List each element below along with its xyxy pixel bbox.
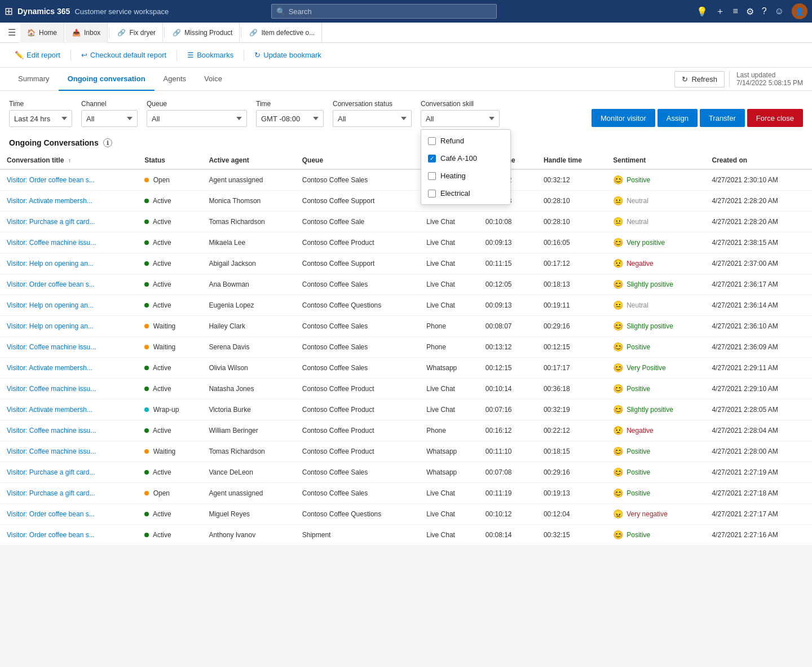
cell-wait-7: 00:08:07 xyxy=(479,316,537,337)
col-queue[interactable]: Queue xyxy=(295,152,420,169)
cell-title-11[interactable]: Visitor: Activate membersh... xyxy=(0,400,138,420)
smiley-icon[interactable]: ☺ xyxy=(775,6,784,16)
skill-cafe-checkbox[interactable]: ✓ xyxy=(428,155,436,163)
status-text-7: Waiting xyxy=(153,322,176,330)
col-sentiment[interactable]: Sentiment xyxy=(606,152,705,169)
checkout-icon: ↩ xyxy=(81,51,87,59)
conversation-link-10[interactable]: Visitor: Coffee machine issu... xyxy=(7,385,96,393)
sentiment-cell-10: 😊 Positive xyxy=(613,384,698,394)
transfer-button[interactable]: Transfer xyxy=(700,109,745,127)
tab-bar-menu-icon[interactable]: ☰ xyxy=(5,25,19,40)
conversation-link-4[interactable]: Visitor: Help on opening an... xyxy=(7,260,94,267)
cell-title-12[interactable]: Visitor: Coffee machine issu... xyxy=(0,420,138,441)
refresh-button[interactable]: ↻ Refresh xyxy=(674,71,725,87)
bookmarks-button[interactable]: ☰ Bookmarks xyxy=(182,47,239,63)
cell-title-1[interactable]: Visitor: Activate membersh... xyxy=(0,191,138,212)
info-icon[interactable]: ℹ xyxy=(103,138,112,147)
cell-title-13[interactable]: Visitor: Coffee machine issu... xyxy=(0,441,138,462)
conversation-link-8[interactable]: Visitor: Coffee machine issu... xyxy=(7,343,96,351)
tab-missing-product[interactable]: 🔗 Missing Product xyxy=(166,23,240,43)
conversation-link-3[interactable]: Visitor: Coffee machine issu... xyxy=(7,239,96,247)
skill-option-electrical[interactable]: Electrical xyxy=(421,185,510,202)
avatar-icon[interactable]: 👤 xyxy=(792,3,807,19)
skill-option-refund[interactable]: Refund xyxy=(421,132,510,150)
conversation-link-16[interactable]: Visitor: Order coffee bean s... xyxy=(7,510,95,518)
conversation-link-15[interactable]: Visitor: Purchase a gift card... xyxy=(7,489,95,497)
cell-agent-8: Serena Davis xyxy=(202,337,295,358)
tab-item-defective[interactable]: 🔗 Item defective o... xyxy=(242,23,322,43)
conversation-link-1[interactable]: Visitor: Activate membersh... xyxy=(7,197,92,205)
update-bookmark-button[interactable]: ↻ Update bookmark xyxy=(249,47,327,63)
sentiment-cell-8: 😊 Positive xyxy=(613,342,698,352)
lightbulb-icon[interactable]: 💡 xyxy=(696,6,708,17)
tab-ongoing-conversation[interactable]: Ongoing conversation xyxy=(59,68,155,91)
monitor-visitor-button[interactable]: Monitor visitor xyxy=(592,109,655,127)
tab-voice[interactable]: Voice xyxy=(195,68,231,91)
conversation-link-14[interactable]: Visitor: Purchase a gift card... xyxy=(7,468,95,476)
search-bar[interactable]: 🔍 xyxy=(271,4,497,19)
cell-title-6[interactable]: Visitor: Help on opening an... xyxy=(0,295,138,316)
plus-icon[interactable]: ＋ xyxy=(716,6,725,17)
help-icon[interactable]: ? xyxy=(762,6,767,16)
cell-title-9[interactable]: Visitor: Activate membersh... xyxy=(0,358,138,379)
sentiment-cell-17: 😊 Positive xyxy=(613,530,698,540)
waffle-icon[interactable]: ⊞ xyxy=(5,5,13,17)
multiline-icon[interactable]: ≡ xyxy=(732,6,738,16)
force-close-button[interactable]: Force close xyxy=(747,109,803,127)
conversation-link-2[interactable]: Visitor: Purchase a gift card... xyxy=(7,218,95,226)
skill-option-heating[interactable]: Heating xyxy=(421,167,510,185)
conversation-link-7[interactable]: Visitor: Help on opening an... xyxy=(7,322,94,330)
conversation-link-11[interactable]: Visitor: Activate membersh... xyxy=(7,406,92,414)
conversation-link-17[interactable]: Visitor: Order coffee bean s... xyxy=(7,531,95,539)
tab-home[interactable]: 🏠 Home xyxy=(20,23,64,43)
cell-title-5[interactable]: Visitor: Order coffee bean s... xyxy=(0,274,138,295)
cell-title-3[interactable]: Visitor: Coffee machine issu... xyxy=(0,232,138,253)
filter-skill-select[interactable]: All Refund Café A-100 Heating Electrical xyxy=(421,110,500,127)
conversation-link-9[interactable]: Visitor: Activate membersh... xyxy=(7,364,92,372)
col-created-on[interactable]: Created on xyxy=(705,152,812,169)
skill-electrical-checkbox[interactable] xyxy=(428,190,436,198)
cell-channel-16: Live Chat xyxy=(420,504,479,525)
col-agent[interactable]: Active agent xyxy=(202,152,295,169)
cell-agent-12: William Beringer xyxy=(202,420,295,441)
cell-title-8[interactable]: Visitor: Coffee machine issu... xyxy=(0,337,138,358)
cell-title-17[interactable]: Visitor: Order coffee bean s... xyxy=(0,525,138,546)
conversation-link-5[interactable]: Visitor: Order coffee bean s... xyxy=(7,280,95,288)
skill-heating-checkbox[interactable] xyxy=(428,172,436,180)
cell-title-4[interactable]: Visitor: Help on opening an... xyxy=(0,253,138,274)
tab-inbox[interactable]: 📥 Inbox xyxy=(65,23,108,43)
assign-button[interactable]: Assign xyxy=(657,109,698,127)
skill-refund-checkbox[interactable] xyxy=(428,137,436,145)
filter-queue-select[interactable]: All Contoso Coffee Sales Contoso Coffee … xyxy=(147,110,247,127)
checkout-default-report-button[interactable]: ↩ Checkout default report xyxy=(76,47,172,63)
cell-title-10[interactable]: Visitor: Coffee machine issu... xyxy=(0,379,138,400)
filter-timezone-select[interactable]: GMT -08:00 GMT +00:00 GMT +05:30 xyxy=(256,110,324,127)
cell-title-0[interactable]: Visitor: Order coffee bean s... xyxy=(0,169,138,191)
cell-title-14[interactable]: Visitor: Purchase a gift card... xyxy=(0,462,138,483)
conversation-link-13[interactable]: Visitor: Coffee machine issu... xyxy=(7,447,96,455)
filter-queue: Queue All Contoso Coffee Sales Contoso C… xyxy=(147,100,247,127)
tab-fix-dryer[interactable]: 🔗 Fix dryer xyxy=(111,23,163,43)
cell-title-7[interactable]: Visitor: Help on opening an... xyxy=(0,316,138,337)
refresh-icon: ↻ xyxy=(682,75,688,84)
filter-time-select[interactable]: Last 24 hrs Last 7 days Last 30 days xyxy=(9,110,72,127)
col-handle-time[interactable]: Handle time xyxy=(537,152,606,169)
conversation-link-12[interactable]: Visitor: Coffee machine issu... xyxy=(7,427,96,435)
cell-title-16[interactable]: Visitor: Order coffee bean s... xyxy=(0,504,138,525)
tab-agents[interactable]: Agents xyxy=(155,68,195,91)
conversation-link-0[interactable]: Visitor: Order coffee bean s... xyxy=(7,176,95,184)
cell-title-15[interactable]: Visitor: Purchase a gift card... xyxy=(0,483,138,504)
filter-channel-select[interactable]: All Live Chat Phone Whatsapp xyxy=(81,110,138,127)
settings-icon[interactable]: ⚙ xyxy=(746,6,754,17)
skill-option-cafe[interactable]: ✓ Café A-100 xyxy=(421,150,510,167)
filter-status-select[interactable]: All Open Active Waiting Wrap-up xyxy=(333,110,412,127)
tab-summary[interactable]: Summary xyxy=(9,68,59,91)
col-status[interactable]: Status xyxy=(138,152,202,169)
conversation-link-6[interactable]: Visitor: Help on opening an... xyxy=(7,301,94,309)
search-input[interactable] xyxy=(289,7,492,16)
col-title[interactable]: Conversation title ↑ xyxy=(0,152,138,169)
cell-channel-2: Live Chat xyxy=(420,212,479,232)
cell-title-2[interactable]: Visitor: Purchase a gift card... xyxy=(0,212,138,232)
home-tab-icon: 🏠 xyxy=(27,29,36,37)
edit-report-button[interactable]: ✏️ Edit report xyxy=(9,47,66,63)
